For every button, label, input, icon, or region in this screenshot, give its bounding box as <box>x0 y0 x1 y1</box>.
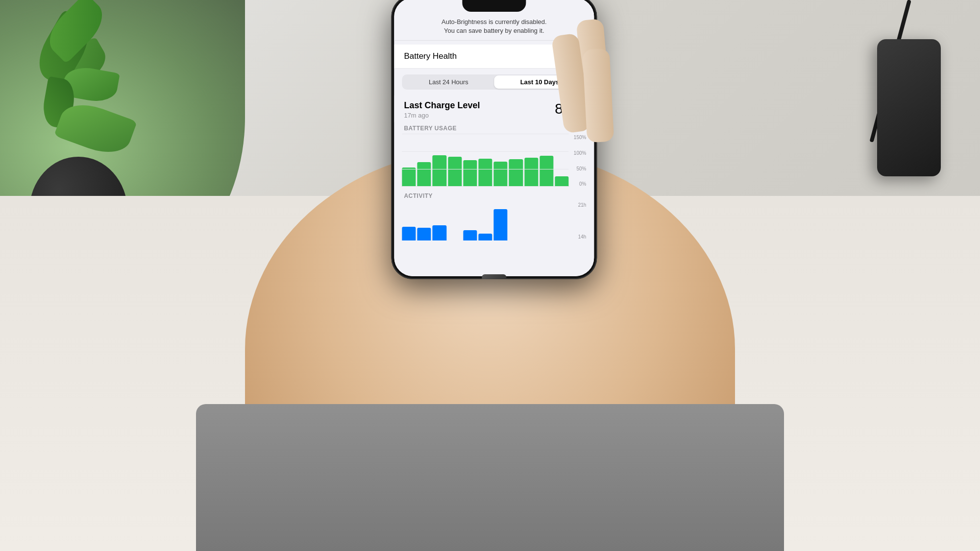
notice-line1: Auto-Brightness is currently disabled. <box>441 18 547 25</box>
hand-fingers-right <box>553 20 612 216</box>
last-charge-info: Last Charge Level 17m ago <box>404 100 480 119</box>
notice-line2: You can save battery by enabling it. <box>444 27 544 34</box>
phone-notch <box>462 0 526 12</box>
activity-bar-5 <box>478 234 492 240</box>
scene: Auto-Brightness is currently disabled. Y… <box>0 0 980 551</box>
tab-24h[interactable]: Last 24 Hours <box>403 75 494 89</box>
battery-bar-8 <box>524 158 538 187</box>
activity-bar-6 <box>494 209 508 241</box>
battery-bar-1 <box>417 162 431 187</box>
battery-bar-9 <box>539 156 553 187</box>
lightning-connector <box>482 274 506 279</box>
last-charge-title: Last Charge Level <box>404 100 480 111</box>
phone-scene: Auto-Brightness is currently disabled. Y… <box>391 0 597 299</box>
sleeve <box>196 404 784 551</box>
activity-y-label: 14h <box>578 234 587 240</box>
cable-area <box>735 0 980 294</box>
activity-bar-0 <box>402 227 416 241</box>
power-bank <box>877 39 941 176</box>
battery-bar-2 <box>433 155 446 187</box>
battery-bar-6 <box>494 162 508 187</box>
last-charge-time: 17m ago <box>404 112 480 119</box>
battery-bar-0 <box>402 168 416 187</box>
battery-health-label: Battery Health <box>404 51 457 61</box>
activity-bar-4 <box>463 230 477 241</box>
finger <box>582 48 614 143</box>
battery-bar-4 <box>463 160 477 187</box>
battery-bar-5 <box>478 159 492 187</box>
battery-bar-3 <box>448 157 462 187</box>
activity-bar-2 <box>433 225 446 241</box>
battery-bar-7 <box>509 159 523 187</box>
activity-bar-1 <box>417 228 431 240</box>
